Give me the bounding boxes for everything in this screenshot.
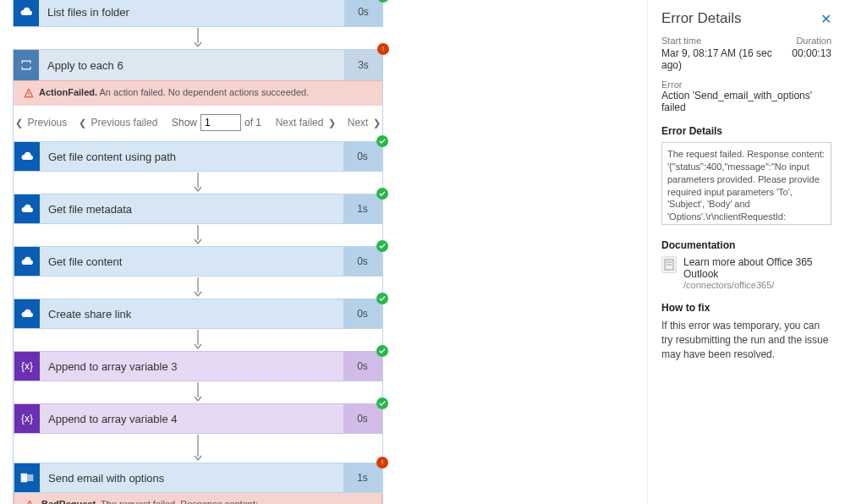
action-title: Get file metadata	[40, 194, 343, 223]
connector-arrow	[14, 277, 382, 299]
status-success-icon	[376, 135, 388, 147]
status-error-icon: !	[377, 43, 389, 55]
document-icon	[661, 256, 677, 273]
start-time-value: Mar 9, 08:17 AM (16 sec ago)	[661, 47, 792, 71]
connector-arrow	[14, 434, 382, 463]
how-to-fix-label: How to fix	[661, 302, 831, 314]
svg-rect-10	[21, 474, 27, 483]
error-details-text[interactable]	[661, 142, 831, 225]
cloud-icon	[14, 299, 40, 328]
action-title: Append to array variable 4	[40, 404, 343, 433]
warning-icon	[25, 500, 35, 504]
svg-point-3	[28, 96, 29, 96]
doc-link-title: Learn more about Office 365 Outlook	[683, 256, 831, 280]
apply-to-each-container[interactable]: Apply to each 6 3s ! ActionFailed. An ac…	[13, 49, 383, 504]
status-success-icon	[376, 345, 388, 357]
loop-error-banner: ActionFailed. An action failed. No depen…	[14, 80, 382, 106]
panel-title: Error Details	[661, 10, 741, 27]
action-duration: 0s	[343, 299, 381, 328]
connector-arrow	[14, 172, 382, 194]
cloud-icon	[14, 0, 39, 26]
loop-icon	[14, 50, 39, 80]
action-title: Append to array variable 3	[40, 352, 343, 381]
duration-value: 00:00:13	[792, 47, 831, 71]
close-icon[interactable]: ✕	[820, 11, 831, 27]
svg-rect-11	[27, 474, 33, 481]
action-title: Get file content	[40, 247, 343, 276]
action-get-file-content-path[interactable]: Get file content using path 0s	[14, 141, 382, 172]
action-duration: 0s	[343, 247, 381, 276]
action-list-files[interactable]: List files in folder 0s	[13, 0, 383, 27]
action-duration: 0s	[344, 0, 382, 26]
svg-text:!: !	[381, 459, 383, 466]
cloud-icon	[14, 247, 40, 276]
svg-text:!: !	[382, 46, 384, 52]
action-error-banner: BadRequest. The request failed. Response…	[14, 493, 382, 504]
error-value: Action 'Send_email_with_options' failed	[661, 90, 831, 113]
action-duration: 1s	[343, 194, 381, 223]
documentation-link[interactable]: Learn more about Office 365 Outlook /con…	[661, 256, 831, 290]
flow-canvas: List files in folder 0s Apply to each 6 …	[13, 0, 383, 504]
duration-label: Duration	[796, 36, 831, 46]
error-details-panel: Error Details ✕ Start time Duration Mar …	[647, 0, 845, 504]
error-details-label: Error Details	[661, 125, 831, 137]
loop-header[interactable]: Apply to each 6 3s !	[14, 50, 382, 80]
pager-page-input[interactable]	[200, 114, 241, 131]
outlook-icon	[14, 463, 40, 492]
status-success-icon	[376, 188, 388, 200]
action-get-file-metadata[interactable]: Get file metadata 1s	[14, 194, 382, 224]
status-success-icon	[376, 293, 388, 304]
action-send-email-with-options[interactable]: Send email with options 1s !	[14, 463, 382, 493]
connector-arrow	[14, 329, 382, 351]
variable-icon: {x}	[14, 352, 40, 381]
variable-icon: {x}	[14, 404, 40, 433]
connector-arrow	[14, 381, 382, 403]
cloud-icon	[14, 194, 40, 223]
action-title: List files in folder	[39, 0, 344, 26]
action-title: Get file content using path	[40, 142, 343, 171]
action-duration: 0s	[343, 352, 381, 381]
action-append-array-3[interactable]: {x} Append to array variable 3 0s	[14, 351, 382, 381]
how-to-fix-text: If this error was temporary, you can try…	[661, 319, 831, 361]
error-label: Error	[661, 79, 831, 90]
status-error-icon: !	[376, 457, 388, 468]
pager-previous-failed[interactable]: Previous failed	[90, 117, 160, 129]
action-duration: 0s	[343, 142, 381, 171]
start-time-label: Start time	[661, 36, 701, 46]
action-get-file-content[interactable]: Get file content 0s	[14, 246, 382, 277]
loop-pager: ❮ Previous ❮ Previous failed Show of 1 N…	[14, 106, 382, 140]
action-duration: 0s	[343, 404, 381, 433]
action-title: Create share link	[40, 299, 343, 328]
loop-title: Apply to each 6	[39, 50, 344, 80]
pager-next-failed[interactable]: Next failed	[274, 117, 326, 129]
loop-duration: 3s	[344, 50, 382, 80]
pager-next[interactable]: Next	[346, 117, 370, 129]
status-success-icon	[376, 240, 388, 252]
status-success-icon	[376, 397, 388, 409]
connector-arrow	[14, 224, 382, 246]
doc-link-path: /connectors/office365/	[683, 280, 831, 290]
action-title: Send email with options	[40, 463, 343, 492]
action-append-array-4[interactable]: {x} Append to array variable 4 0s	[14, 403, 382, 434]
pager-previous[interactable]: Previous	[26, 117, 69, 129]
connector-arrow	[13, 27, 383, 49]
warning-icon	[24, 88, 34, 100]
cloud-icon	[14, 142, 40, 171]
action-create-share-link[interactable]: Create share link 0s	[14, 299, 382, 329]
documentation-label: Documentation	[661, 239, 831, 251]
action-duration: 1s	[343, 463, 381, 492]
